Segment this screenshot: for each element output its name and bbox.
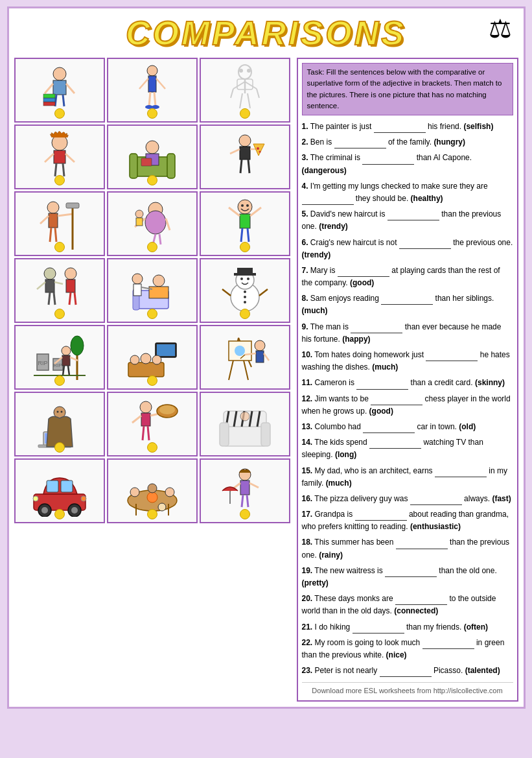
svg-point-86 (132, 274, 143, 284)
sentence-text-before: Mary is (310, 266, 338, 275)
svg-point-84 (153, 275, 165, 287)
grid-cell (14, 392, 105, 456)
svg-line-175 (242, 495, 243, 507)
adjective-hint: (pretty) (302, 578, 329, 587)
answer-blank[interactable] (371, 396, 422, 405)
footer-text: Download more ESL worksheets from http:/… (312, 687, 502, 694)
answer-blank[interactable] (381, 296, 433, 305)
adjective-hint: (talented) (465, 666, 500, 675)
answer-blank[interactable] (396, 540, 448, 549)
svg-point-152 (240, 412, 249, 421)
svg-point-165 (147, 492, 157, 503)
answer-blank[interactable] (334, 139, 386, 148)
grid-row (14, 191, 293, 256)
sentence-text-before: Ben is (310, 137, 334, 147)
svg-rect-61 (136, 218, 143, 226)
sentence: 8. Sam enjoys reading than her siblings.… (302, 292, 513, 317)
svg-point-48 (47, 202, 59, 213)
grid-cell (14, 191, 105, 256)
dot (147, 442, 157, 453)
svg-line-127 (264, 353, 269, 361)
answer-blank[interactable] (338, 268, 389, 277)
adjective-hint: (nice) (386, 650, 407, 659)
answer-blank[interactable] (302, 196, 354, 205)
svg-point-44 (257, 147, 259, 150)
adjective-hint: (healthy) (411, 194, 443, 203)
answer-blank[interactable] (362, 156, 414, 165)
sentence-text-after: his friend. (428, 122, 461, 131)
grid-cell (107, 392, 198, 456)
svg-point-72 (44, 268, 56, 279)
svg-rect-53 (66, 203, 79, 208)
sentence-number: 5. (302, 209, 308, 219)
grid-cell: RIP RIP (14, 325, 105, 390)
answer-blank[interactable] (363, 424, 415, 433)
answer-blank[interactable] (385, 568, 437, 577)
svg-line-98 (222, 289, 231, 296)
svg-line-3 (66, 84, 75, 93)
svg-line-63 (159, 234, 161, 244)
answer-blank[interactable] (353, 624, 404, 634)
sentence-number: 18. (302, 538, 313, 547)
svg-line-23 (231, 89, 233, 98)
answer-blank[interactable] (387, 211, 439, 220)
answer-blank[interactable] (374, 124, 426, 133)
svg-point-124 (255, 340, 265, 351)
svg-line-78 (49, 292, 50, 305)
dot (240, 509, 250, 519)
svg-point-157 (41, 507, 48, 514)
svg-line-11 (139, 78, 148, 89)
sentence: 11. Cameron is than a credit card. (skin… (302, 377, 513, 389)
svg-line-142 (148, 426, 149, 440)
svg-point-106 (62, 346, 71, 355)
sentence-text-before: I do hiking (315, 622, 353, 632)
sentence: 14. The kids spend watching TV than slee… (302, 436, 513, 461)
answer-blank[interactable] (380, 668, 432, 677)
sentence-text-before: The pizza delivery guy was (314, 494, 410, 503)
svg-point-9 (147, 65, 157, 76)
sentence-number: 11. (302, 378, 313, 387)
svg-rect-1 (53, 80, 66, 95)
sentence-text-before: Sam enjoys reading (310, 294, 381, 303)
svg-line-51 (58, 214, 73, 216)
answer-blank[interactable] (351, 324, 402, 333)
svg-rect-94 (234, 273, 256, 276)
dot (240, 108, 250, 119)
svg-line-55 (55, 228, 56, 242)
answer-blank[interactable] (410, 496, 462, 505)
sentence: 7. Mary is at playing cards than the res… (302, 265, 513, 289)
answer-blank[interactable] (435, 468, 487, 477)
sentence-number: 10. (302, 350, 313, 359)
sentence: 4. I'm getting my lungs checked to make … (302, 180, 513, 205)
grid-cell (107, 325, 198, 390)
answer-blank[interactable] (355, 512, 407, 521)
grid-row (14, 458, 293, 523)
answer-blank[interactable] (426, 352, 478, 361)
answer-blank[interactable] (356, 381, 408, 390)
svg-point-134 (60, 411, 62, 413)
svg-line-174 (249, 483, 259, 488)
answer-blank[interactable] (395, 596, 447, 605)
svg-rect-150 (220, 423, 229, 446)
answer-blank[interactable] (369, 440, 421, 449)
adjective-hint: (much) (372, 362, 398, 372)
grid-cell (200, 58, 290, 123)
svg-point-0 (53, 67, 66, 80)
sentence-number: 7. (302, 266, 308, 275)
sentence: 18. This summer has been than the previo… (302, 536, 513, 561)
svg-point-140 (159, 405, 175, 414)
answer-blank[interactable] (422, 640, 474, 649)
svg-point-19 (247, 69, 251, 73)
answer-blank[interactable] (399, 240, 451, 249)
sentence-text-before: Craig's new haircut is not (310, 238, 399, 247)
adjective-hint: (long) (335, 450, 356, 459)
svg-rect-8 (43, 94, 55, 98)
svg-point-168 (165, 488, 174, 497)
sentence-text-before: These days monks are (314, 594, 395, 603)
adjective-hint: (trendy) (319, 222, 348, 231)
header: COMPARISONS ⚖ (14, 14, 518, 53)
sentence-number: 1. (302, 122, 308, 131)
svg-line-31 (65, 154, 75, 162)
svg-point-18 (239, 69, 243, 73)
svg-line-30 (45, 154, 54, 162)
